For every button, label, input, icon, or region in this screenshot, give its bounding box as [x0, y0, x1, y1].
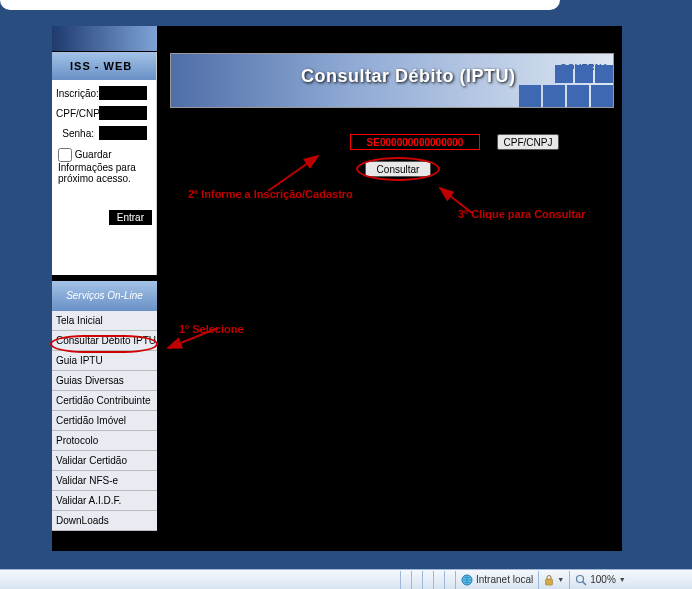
- main-form-area: CPF/CNPJ Consultar 2º Informe a Inscriçã…: [170, 116, 614, 261]
- status-separator: [433, 571, 434, 589]
- status-zoom-text: 100%: [590, 574, 616, 585]
- entrar-button[interactable]: Entrar: [109, 210, 152, 225]
- status-separator: [569, 571, 570, 589]
- dropdown-arrow-icon: ▼: [557, 576, 564, 583]
- senha-input[interactable]: [99, 126, 147, 140]
- status-separator: [422, 571, 423, 589]
- login-senha-row: Senha:: [52, 120, 156, 140]
- menu-header: Serviços On-Line: [52, 281, 157, 311]
- globe-icon: [461, 574, 473, 586]
- annotation-step3-text: 3º Clique para Consultar: [458, 208, 586, 220]
- login-iss-web-title: ISS - WEB: [52, 52, 156, 80]
- status-security[interactable]: ▼: [544, 571, 564, 589]
- consultar-button[interactable]: Consultar: [365, 161, 431, 177]
- status-separator: [400, 571, 401, 589]
- menu-item-consultar-debito-iptu[interactable]: Consultar Débito IPTU: [52, 331, 157, 351]
- lock-icon: [544, 574, 554, 586]
- magnify-icon: [575, 574, 587, 586]
- senha-label: Senha:: [56, 128, 94, 139]
- status-separator: [538, 571, 539, 589]
- content-frame: ISS - WEB Inscrição: CPF/CNPJ: Senha: Gu…: [52, 26, 622, 551]
- status-zone[interactable]: Intranet local: [461, 571, 533, 589]
- svg-line-8: [583, 581, 587, 585]
- guardar-row: Guardar Informações para próximo acesso.: [52, 140, 156, 184]
- inscricao-input[interactable]: [99, 86, 147, 100]
- status-separator: [411, 571, 412, 589]
- se-input[interactable]: [350, 134, 480, 150]
- svg-point-7: [577, 575, 584, 582]
- status-bar: Intranet local ▼ 100% ▼: [0, 569, 692, 589]
- cpfcnpj-label: CPF/CNPJ:: [56, 108, 94, 119]
- svg-rect-6: [546, 579, 553, 585]
- menu-panel: Serviços On-Line Tela Inicial Consultar …: [52, 281, 157, 531]
- menu-item-validar-aidf[interactable]: Validar A.I.D.F.: [52, 491, 157, 511]
- menu-item-guia-iptu[interactable]: Guia IPTU: [52, 351, 157, 371]
- window-tab: [0, 0, 560, 10]
- status-separator: [455, 571, 456, 589]
- banner-title: Consultar Débito (IPTU): [301, 66, 516, 87]
- menu-items-container: Tela Inicial Consultar Débito IPTU Guia …: [52, 311, 157, 531]
- menu-item-validar-nfse[interactable]: Validar NFS-e: [52, 471, 157, 491]
- dropdown-arrow-icon: ▼: [619, 576, 626, 583]
- login-box: ISS - WEB Inscrição: CPF/CNPJ: Senha: Gu…: [52, 52, 157, 275]
- cpfcnpj-input[interactable]: [99, 106, 147, 120]
- menu-item-certidao-imovel[interactable]: Certidão Imóvel: [52, 411, 157, 431]
- menu-item-downloads[interactable]: DownLoads: [52, 511, 157, 531]
- annotation-step2-text: 2º Informe a Inscrição/Cadastro: [188, 188, 353, 200]
- login-inscricao-row: Inscrição:: [52, 80, 156, 100]
- menu-item-tela-inicial[interactable]: Tela Inicial: [52, 311, 157, 331]
- inscricao-label: Inscrição:: [56, 88, 94, 99]
- menu-item-protocolo[interactable]: Protocolo: [52, 431, 157, 451]
- menu-item-certidao-contribuinte[interactable]: Certidão Contribuinte: [52, 391, 157, 411]
- login-cpfcnpj-row: CPF/CNPJ:: [52, 100, 156, 120]
- header-strip-blue: [52, 26, 157, 51]
- menu-item-guias-diversas[interactable]: Guias Diversas: [52, 371, 157, 391]
- menu-item-validar-certidao[interactable]: Validar Certidão: [52, 451, 157, 471]
- banner: Consultar Débito (IPTU) GOVERNA: [170, 53, 614, 108]
- annotation-step1-text: 1º Selecione: [179, 323, 244, 335]
- status-separator: [444, 571, 445, 589]
- cpfcnpj-button[interactable]: CPF/CNPJ: [497, 134, 559, 150]
- guardar-checkbox[interactable]: [58, 148, 72, 162]
- status-zone-text: Intranet local: [476, 574, 533, 585]
- header-strip: [52, 26, 622, 51]
- status-zoom[interactable]: 100% ▼: [575, 571, 626, 589]
- svg-line-1: [268, 156, 318, 191]
